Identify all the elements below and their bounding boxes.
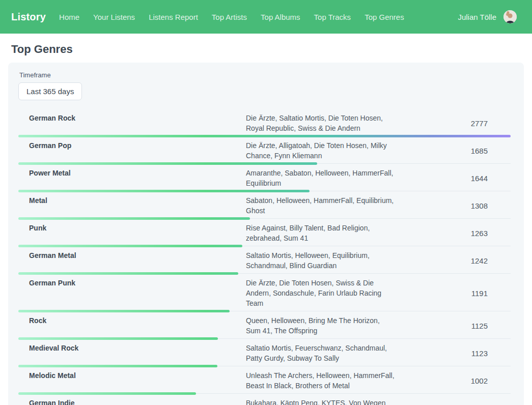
- nav-link-top-genres[interactable]: Top Genres: [365, 13, 404, 21]
- genre-name: German Metal: [18, 250, 246, 261]
- brand-logo[interactable]: Listory: [11, 11, 46, 23]
- genre-progress-bar: [18, 365, 217, 367]
- genre-artists: Queen, Helloween, Bring Me The Horizon, …: [246, 315, 399, 336]
- genre-progress-track: [18, 337, 511, 340]
- genre-artists: Saltatio Mortis, Feuerschwanz, Schandmau…: [246, 343, 399, 363]
- genre-row: Melodic Metal Unleash The Archers, Hello…: [18, 370, 511, 395]
- genre-name: German Punk: [18, 278, 246, 288]
- genre-progress-track: [18, 365, 511, 367]
- genre-count: 1263: [399, 229, 511, 238]
- user-avatar[interactable]: [503, 10, 517, 23]
- genre-count: 1002: [399, 377, 511, 385]
- genre-progress-track: [18, 162, 511, 165]
- genre-name: Melodic Metal: [18, 370, 246, 381]
- genre-name: German Rock: [18, 113, 246, 123]
- genre-name: Medieval Rock: [18, 343, 246, 353]
- nav-link-listens-report[interactable]: Listens Report: [149, 13, 198, 21]
- nav-link-top-tracks[interactable]: Top Tracks: [314, 13, 351, 21]
- genre-count: 1685: [399, 147, 511, 155]
- navbar: Listory Home Your Listens Listens Report…: [0, 0, 532, 34]
- nav-links: Home Your Listens Listens Report Top Art…: [59, 13, 404, 21]
- user-name[interactable]: Julian Tölle: [458, 13, 496, 21]
- avatar-image: [503, 10, 517, 23]
- genre-progress-bar: [18, 272, 238, 275]
- genre-row: Metal Sabaton, Helloween, HammerFall, Eq…: [18, 195, 511, 220]
- genre-name: German Pop: [18, 140, 246, 151]
- genre-artists: Sabaton, Helloween, HammerFall, Equilibr…: [246, 195, 399, 216]
- genre-row: German Indie Bukahara, Käptn Peng, KYTES…: [18, 398, 511, 405]
- genre-count: 1644: [399, 174, 511, 183]
- genre-row: German Metal Saltatio Mortis, Helloween,…: [18, 250, 511, 275]
- genre-progress-track: [18, 392, 511, 395]
- genre-artists: Saltatio Mortis, Helloween, Equilibrium,…: [246, 250, 399, 271]
- genre-row: Punk Rise Against, Billy Talent, Bad Rel…: [18, 223, 511, 247]
- genre-row: German Rock Die Ärzte, Saltatio Mortis, …: [18, 113, 511, 137]
- genre-artists: Die Ärzte, Alligatoah, Die Toten Hosen, …: [246, 140, 399, 161]
- top-genres-card: Timeframe Last 365 days German Rock Die …: [8, 63, 524, 405]
- genre-progress-track: [18, 190, 511, 192]
- genre-progress-track: [18, 310, 511, 312]
- genre-artists: Bukahara, Käptn Peng, KYTES, Von Wegen L…: [246, 398, 399, 405]
- genre-artists: Unleash The Archers, Helloween, HammerFa…: [246, 370, 399, 391]
- genre-progress-track: [18, 135, 511, 137]
- timeframe-label: Timeframe: [19, 71, 511, 79]
- genre-name: Power Metal: [18, 168, 246, 178]
- genre-row: German Pop Die Ärzte, Alligatoah, Die To…: [18, 140, 511, 165]
- genre-row: Power Metal Amaranthe, Sabaton, Hellowee…: [18, 168, 511, 192]
- genre-progress-track: [18, 272, 511, 275]
- genre-row: Rock Queen, Helloween, Bring Me The Hori…: [18, 315, 511, 340]
- genre-count: 2777: [399, 119, 511, 128]
- genre-count: 1308: [399, 201, 511, 210]
- genre-count: 1125: [399, 322, 511, 330]
- genre-name: Punk: [18, 223, 246, 233]
- genre-progress-bar: [18, 392, 196, 395]
- genre-name: Rock: [18, 315, 246, 326]
- genre-progress-bar: [18, 162, 317, 165]
- nav-link-top-artists[interactable]: Top Artists: [212, 13, 247, 21]
- timeframe-select[interactable]: Last 365 days: [18, 82, 82, 100]
- nav-link-home[interactable]: Home: [59, 13, 79, 21]
- page-title: Top Genres: [11, 43, 532, 56]
- genre-progress-track: [18, 217, 511, 220]
- genre-name: Metal: [18, 195, 246, 206]
- nav-link-top-albums[interactable]: Top Albums: [261, 13, 300, 21]
- genre-row: Medieval Rock Saltatio Mortis, Feuerschw…: [18, 343, 511, 367]
- genre-row: German Punk Die Ärzte, Die Toten Hosen, …: [18, 278, 511, 312]
- genre-artists: Die Ärzte, Die Toten Hosen, Swiss & Die …: [246, 278, 399, 308]
- genre-progress-bar: [18, 337, 218, 340]
- genre-count: 1242: [399, 256, 511, 265]
- genre-artists: Rise Against, Billy Talent, Bad Religion…: [246, 223, 399, 243]
- genre-count: 1123: [399, 349, 511, 358]
- genre-progress-bar: [18, 245, 242, 247]
- genre-progress-bar: [18, 310, 230, 312]
- genre-progress-bar: [18, 190, 310, 192]
- genre-count: 1191: [399, 289, 511, 298]
- genre-name: German Indie: [18, 398, 246, 405]
- genre-table: German Rock Die Ärzte, Saltatio Mortis, …: [18, 113, 511, 405]
- genre-progress-bar: [18, 135, 511, 137]
- genre-progress-track: [18, 245, 511, 247]
- genre-artists: Amaranthe, Sabaton, Helloween, HammerFal…: [246, 168, 399, 188]
- genre-artists: Die Ärzte, Saltatio Mortis, Die Toten Ho…: [246, 113, 399, 133]
- nav-link-your-listens[interactable]: Your Listens: [93, 13, 135, 21]
- genre-progress-bar: [18, 217, 250, 220]
